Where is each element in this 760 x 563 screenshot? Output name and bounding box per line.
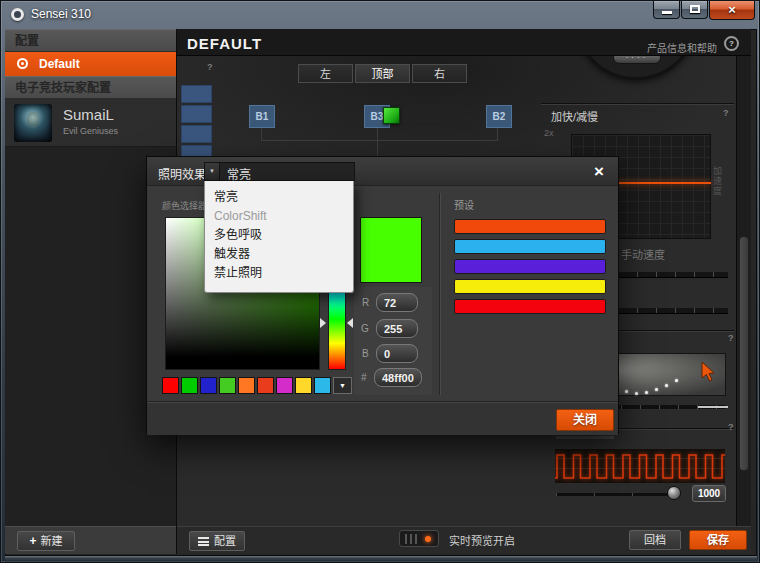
button-list-item[interactable]: [181, 85, 212, 103]
trajectory-dot: [655, 388, 658, 391]
hue-slider-right-arrow-icon[interactable]: [347, 318, 353, 328]
main-header: DEFAULT 产品信息和帮助 ?: [177, 29, 751, 56]
color-swatch[interactable]: [181, 377, 198, 394]
close-window-button[interactable]: ×: [709, 1, 755, 20]
sidebar-section-esports: 电子竞技玩家配置: [5, 76, 176, 99]
player-team: Evil Geniuses: [63, 126, 118, 136]
lighting-note-icon[interactable]: [383, 107, 400, 124]
b-label: B: [362, 348, 369, 359]
effect-option-trigger[interactable]: 触发器: [205, 245, 353, 264]
polling-value: 1000: [692, 485, 726, 502]
window-bottom-frame: [5, 556, 757, 562]
effect-dropdown[interactable]: ▼ 常亮: [204, 162, 355, 181]
trajectory-dot: [635, 392, 638, 395]
trajectory-help-icon[interactable]: ?: [728, 333, 734, 343]
effect-option-multicolor-breathe[interactable]: 多色呼吸: [205, 226, 353, 245]
chevron-down-icon: ▼: [205, 163, 220, 180]
tab-right[interactable]: 右: [412, 64, 467, 83]
save-button[interactable]: 保存: [689, 530, 747, 550]
title-bar[interactable]: Sensei 310 ×: [1, 1, 760, 29]
accel-help-icon[interactable]: ?: [723, 108, 729, 118]
toggle-on-indicator: [425, 536, 431, 542]
preset-color[interactable]: [454, 259, 606, 274]
player-avatar: [14, 104, 52, 142]
g-label: G: [361, 323, 369, 334]
effect-option-colorshift[interactable]: ColorShift: [205, 207, 353, 226]
maximize-button[interactable]: [681, 1, 708, 19]
slider-highlight: [698, 406, 728, 408]
connector-line: [262, 140, 497, 141]
lighting-effects-dialog: 照明效果 ▼ 常亮 × 颜色选择器 ▼ R G: [146, 156, 619, 434]
dialog-close-icon[interactable]: ×: [588, 162, 610, 182]
g-input[interactable]: [376, 319, 418, 338]
steelseries-logo-icon: [11, 8, 24, 21]
profile-selected-icon: [17, 58, 28, 69]
swatch-row: [162, 377, 331, 394]
help-label[interactable]: 产品信息和帮助: [647, 40, 717, 55]
trajectory-dot: [645, 391, 648, 394]
effect-option-disable[interactable]: 禁止照明: [205, 264, 353, 283]
live-preview-toggle[interactable]: [399, 530, 439, 547]
color-swatch[interactable]: [200, 377, 217, 394]
tab-left[interactable]: 左: [298, 64, 353, 83]
accel-scale-label: 2x: [544, 128, 554, 138]
color-swatch[interactable]: [238, 377, 255, 394]
player-name: SumaiL: [63, 106, 114, 123]
hex-input[interactable]: [374, 368, 422, 387]
cpi-dial-button[interactable]: ····: [613, 56, 661, 64]
r-input[interactable]: [376, 293, 418, 312]
preset-color[interactable]: [454, 219, 606, 234]
scrollbar[interactable]: [736, 56, 751, 526]
plus-icon: +: [29, 534, 36, 548]
square-wave-icon: [555, 449, 725, 483]
hue-slider-left-arrow-icon[interactable]: [320, 318, 326, 328]
polling-slider-track[interactable]: [556, 493, 674, 496]
color-swatch[interactable]: [219, 377, 236, 394]
sidebar-item-player-profile[interactable]: SumaiL Evil Geniuses: [5, 99, 176, 147]
color-swatch[interactable]: [257, 377, 274, 394]
trajectory-dot: [675, 379, 678, 382]
mouse-button-b2[interactable]: B2: [486, 105, 512, 128]
effect-option-steady[interactable]: 常亮: [205, 188, 353, 207]
polling-waveform: [554, 448, 726, 484]
cursor-icon: [701, 362, 717, 382]
b-input[interactable]: [376, 344, 418, 363]
page-title: DEFAULT: [187, 35, 262, 52]
accel-axis-label: 加速度: [711, 166, 724, 196]
maximize-icon: [690, 5, 700, 13]
panel-separator: [541, 103, 734, 105]
minimize-icon: [662, 11, 672, 14]
color-swatch[interactable]: [314, 377, 331, 394]
accel-panel-title: 加快/减慢: [551, 108, 598, 124]
r-label: R: [362, 297, 369, 308]
mouse-button-b1[interactable]: B1: [249, 105, 275, 128]
new-profile-button[interactable]: +新建: [17, 531, 75, 551]
current-color-preview: [360, 217, 422, 283]
button-list-item[interactable]: [181, 105, 212, 123]
scrollbar-thumb[interactable]: [739, 236, 749, 471]
tab-top[interactable]: 顶部: [355, 64, 410, 83]
color-swatch[interactable]: [295, 377, 312, 394]
rollback-button[interactable]: 回档: [629, 530, 681, 550]
color-swatch[interactable]: [276, 377, 293, 394]
color-picker-label: 颜色选择器: [162, 199, 207, 212]
polling-help-icon[interactable]: ?: [728, 422, 734, 432]
button-list-item[interactable]: [181, 125, 212, 143]
preset-color[interactable]: [454, 239, 606, 254]
effect-selected-value: 常亮: [227, 165, 251, 182]
preset-color[interactable]: [454, 299, 606, 314]
config-list-button[interactable]: 配置: [189, 531, 245, 551]
dialog-divider: [439, 193, 440, 395]
question-icon[interactable]: ?: [207, 62, 213, 72]
default-profile-label: Default: [39, 52, 80, 76]
swatch-more-button[interactable]: ▼: [333, 377, 352, 394]
color-swatch[interactable]: [162, 377, 179, 394]
help-headset-icon[interactable]: ?: [724, 36, 739, 51]
connector-line: [377, 128, 378, 158]
sidebar-item-default-profile[interactable]: Default: [5, 52, 176, 76]
preset-color[interactable]: [454, 279, 606, 294]
minimize-button[interactable]: [653, 1, 680, 19]
effect-options-list: 常亮 ColorShift 多色呼吸 触发器 禁止照明: [204, 181, 354, 293]
dialog-close-button[interactable]: 关闭: [556, 409, 614, 431]
polling-slider-knob[interactable]: [667, 486, 681, 500]
